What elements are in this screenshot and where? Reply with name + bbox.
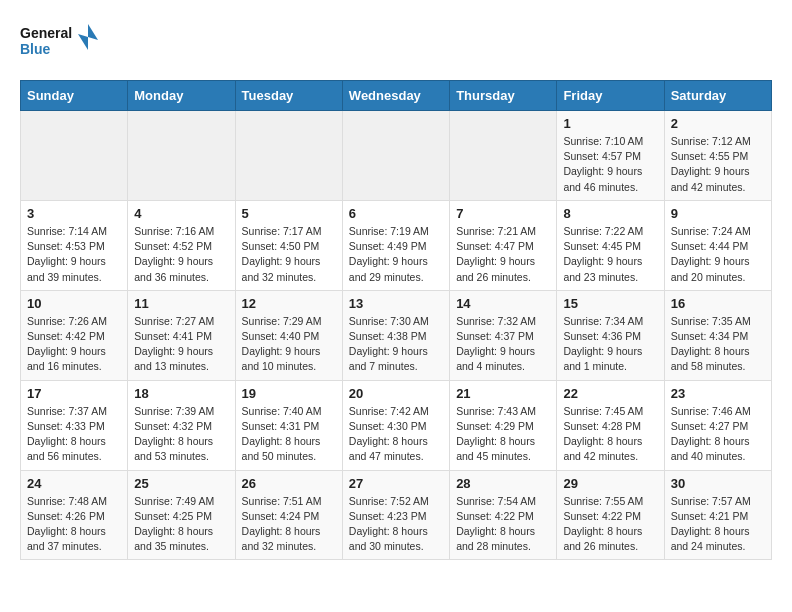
day-cell (235, 111, 342, 201)
week-row-3: 10Sunrise: 7:26 AM Sunset: 4:42 PM Dayli… (21, 290, 772, 380)
week-row-1: 1Sunrise: 7:10 AM Sunset: 4:57 PM Daylig… (21, 111, 772, 201)
day-number: 22 (563, 386, 657, 401)
day-cell: 25Sunrise: 7:49 AM Sunset: 4:25 PM Dayli… (128, 470, 235, 560)
day-cell: 26Sunrise: 7:51 AM Sunset: 4:24 PM Dayli… (235, 470, 342, 560)
col-header-monday: Monday (128, 81, 235, 111)
col-header-saturday: Saturday (664, 81, 771, 111)
day-info: Sunrise: 7:24 AM Sunset: 4:44 PM Dayligh… (671, 224, 765, 285)
day-cell: 17Sunrise: 7:37 AM Sunset: 4:33 PM Dayli… (21, 380, 128, 470)
calendar-header-row: SundayMondayTuesdayWednesdayThursdayFrid… (21, 81, 772, 111)
day-number: 1 (563, 116, 657, 131)
day-cell: 2Sunrise: 7:12 AM Sunset: 4:55 PM Daylig… (664, 111, 771, 201)
day-number: 27 (349, 476, 443, 491)
day-number: 7 (456, 206, 550, 221)
day-number: 25 (134, 476, 228, 491)
day-cell: 24Sunrise: 7:48 AM Sunset: 4:26 PM Dayli… (21, 470, 128, 560)
day-cell: 7Sunrise: 7:21 AM Sunset: 4:47 PM Daylig… (450, 200, 557, 290)
day-cell: 15Sunrise: 7:34 AM Sunset: 4:36 PM Dayli… (557, 290, 664, 380)
day-cell: 27Sunrise: 7:52 AM Sunset: 4:23 PM Dayli… (342, 470, 449, 560)
day-number: 23 (671, 386, 765, 401)
day-cell: 1Sunrise: 7:10 AM Sunset: 4:57 PM Daylig… (557, 111, 664, 201)
day-info: Sunrise: 7:27 AM Sunset: 4:41 PM Dayligh… (134, 314, 228, 375)
col-header-thursday: Thursday (450, 81, 557, 111)
day-info: Sunrise: 7:52 AM Sunset: 4:23 PM Dayligh… (349, 494, 443, 555)
day-info: Sunrise: 7:51 AM Sunset: 4:24 PM Dayligh… (242, 494, 336, 555)
day-info: Sunrise: 7:17 AM Sunset: 4:50 PM Dayligh… (242, 224, 336, 285)
col-header-sunday: Sunday (21, 81, 128, 111)
day-info: Sunrise: 7:35 AM Sunset: 4:34 PM Dayligh… (671, 314, 765, 375)
day-number: 9 (671, 206, 765, 221)
day-number: 28 (456, 476, 550, 491)
day-number: 19 (242, 386, 336, 401)
day-number: 14 (456, 296, 550, 311)
logo-icon: General Blue (20, 20, 100, 64)
day-number: 6 (349, 206, 443, 221)
day-cell: 14Sunrise: 7:32 AM Sunset: 4:37 PM Dayli… (450, 290, 557, 380)
day-cell: 13Sunrise: 7:30 AM Sunset: 4:38 PM Dayli… (342, 290, 449, 380)
week-row-5: 24Sunrise: 7:48 AM Sunset: 4:26 PM Dayli… (21, 470, 772, 560)
day-info: Sunrise: 7:39 AM Sunset: 4:32 PM Dayligh… (134, 404, 228, 465)
day-info: Sunrise: 7:34 AM Sunset: 4:36 PM Dayligh… (563, 314, 657, 375)
day-cell (128, 111, 235, 201)
day-cell: 21Sunrise: 7:43 AM Sunset: 4:29 PM Dayli… (450, 380, 557, 470)
day-cell (21, 111, 128, 201)
day-info: Sunrise: 7:40 AM Sunset: 4:31 PM Dayligh… (242, 404, 336, 465)
day-number: 11 (134, 296, 228, 311)
day-cell: 30Sunrise: 7:57 AM Sunset: 4:21 PM Dayli… (664, 470, 771, 560)
day-cell: 16Sunrise: 7:35 AM Sunset: 4:34 PM Dayli… (664, 290, 771, 380)
day-number: 18 (134, 386, 228, 401)
day-info: Sunrise: 7:48 AM Sunset: 4:26 PM Dayligh… (27, 494, 121, 555)
day-cell: 20Sunrise: 7:42 AM Sunset: 4:30 PM Dayli… (342, 380, 449, 470)
calendar-table: SundayMondayTuesdayWednesdayThursdayFrid… (20, 80, 772, 560)
day-info: Sunrise: 7:10 AM Sunset: 4:57 PM Dayligh… (563, 134, 657, 195)
day-cell: 23Sunrise: 7:46 AM Sunset: 4:27 PM Dayli… (664, 380, 771, 470)
day-cell: 28Sunrise: 7:54 AM Sunset: 4:22 PM Dayli… (450, 470, 557, 560)
day-info: Sunrise: 7:16 AM Sunset: 4:52 PM Dayligh… (134, 224, 228, 285)
day-cell: 10Sunrise: 7:26 AM Sunset: 4:42 PM Dayli… (21, 290, 128, 380)
day-info: Sunrise: 7:49 AM Sunset: 4:25 PM Dayligh… (134, 494, 228, 555)
day-info: Sunrise: 7:12 AM Sunset: 4:55 PM Dayligh… (671, 134, 765, 195)
day-cell: 8Sunrise: 7:22 AM Sunset: 4:45 PM Daylig… (557, 200, 664, 290)
day-info: Sunrise: 7:57 AM Sunset: 4:21 PM Dayligh… (671, 494, 765, 555)
day-info: Sunrise: 7:19 AM Sunset: 4:49 PM Dayligh… (349, 224, 443, 285)
week-row-2: 3Sunrise: 7:14 AM Sunset: 4:53 PM Daylig… (21, 200, 772, 290)
day-number: 3 (27, 206, 121, 221)
day-number: 15 (563, 296, 657, 311)
day-number: 26 (242, 476, 336, 491)
svg-text:Blue: Blue (20, 41, 51, 57)
day-number: 21 (456, 386, 550, 401)
day-info: Sunrise: 7:46 AM Sunset: 4:27 PM Dayligh… (671, 404, 765, 465)
day-cell: 29Sunrise: 7:55 AM Sunset: 4:22 PM Dayli… (557, 470, 664, 560)
day-info: Sunrise: 7:37 AM Sunset: 4:33 PM Dayligh… (27, 404, 121, 465)
day-number: 8 (563, 206, 657, 221)
day-number: 20 (349, 386, 443, 401)
day-number: 4 (134, 206, 228, 221)
day-number: 5 (242, 206, 336, 221)
logo: General Blue (20, 20, 100, 64)
day-info: Sunrise: 7:29 AM Sunset: 4:40 PM Dayligh… (242, 314, 336, 375)
page-header: General Blue (20, 20, 772, 64)
day-number: 12 (242, 296, 336, 311)
day-number: 13 (349, 296, 443, 311)
day-info: Sunrise: 7:26 AM Sunset: 4:42 PM Dayligh… (27, 314, 121, 375)
day-number: 29 (563, 476, 657, 491)
day-cell: 3Sunrise: 7:14 AM Sunset: 4:53 PM Daylig… (21, 200, 128, 290)
day-cell: 11Sunrise: 7:27 AM Sunset: 4:41 PM Dayli… (128, 290, 235, 380)
week-row-4: 17Sunrise: 7:37 AM Sunset: 4:33 PM Dayli… (21, 380, 772, 470)
day-cell: 18Sunrise: 7:39 AM Sunset: 4:32 PM Dayli… (128, 380, 235, 470)
day-info: Sunrise: 7:54 AM Sunset: 4:22 PM Dayligh… (456, 494, 550, 555)
day-info: Sunrise: 7:22 AM Sunset: 4:45 PM Dayligh… (563, 224, 657, 285)
day-cell: 12Sunrise: 7:29 AM Sunset: 4:40 PM Dayli… (235, 290, 342, 380)
day-number: 16 (671, 296, 765, 311)
day-cell: 22Sunrise: 7:45 AM Sunset: 4:28 PM Dayli… (557, 380, 664, 470)
svg-text:General: General (20, 25, 72, 41)
day-cell: 9Sunrise: 7:24 AM Sunset: 4:44 PM Daylig… (664, 200, 771, 290)
svg-marker-2 (78, 24, 98, 50)
col-header-tuesday: Tuesday (235, 81, 342, 111)
day-info: Sunrise: 7:30 AM Sunset: 4:38 PM Dayligh… (349, 314, 443, 375)
day-info: Sunrise: 7:42 AM Sunset: 4:30 PM Dayligh… (349, 404, 443, 465)
day-number: 24 (27, 476, 121, 491)
day-number: 17 (27, 386, 121, 401)
day-number: 30 (671, 476, 765, 491)
day-info: Sunrise: 7:32 AM Sunset: 4:37 PM Dayligh… (456, 314, 550, 375)
